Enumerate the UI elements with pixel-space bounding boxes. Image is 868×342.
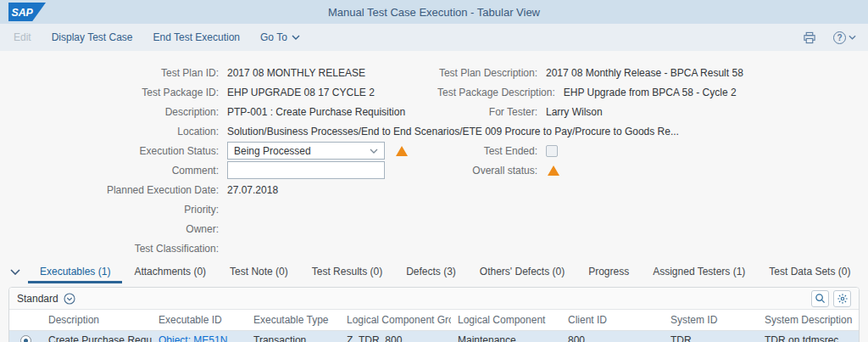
row-select-cell bbox=[9, 330, 42, 342]
tab-test-data-sets[interactable]: Test Data Sets (0) bbox=[757, 261, 862, 283]
column-header[interactable]: Executable ID bbox=[152, 310, 247, 330]
description-value: PTP-001 : Create Purchase Requisition bbox=[227, 106, 437, 118]
tab-assigned-testers[interactable]: Assigned Testers (1) bbox=[641, 261, 757, 283]
tab-test-note[interactable]: Test Note (0) bbox=[218, 261, 300, 283]
comment-label: Comment: bbox=[0, 165, 227, 177]
app-window: SAP Manual Test Case Execution - Tabular… bbox=[0, 0, 868, 342]
executables-table-panel: Standard bbox=[8, 287, 860, 342]
warning-icon bbox=[396, 146, 408, 156]
test-plan-description-label: Test Plan Description: bbox=[437, 67, 546, 79]
location-label: Location: bbox=[0, 126, 227, 137]
form-row: Test Plan ID: 2017 08 MONTHLY RELEASE Te… bbox=[0, 63, 868, 82]
table-header-row: Description Executable ID Executable Typ… bbox=[9, 310, 859, 330]
test-case-form: Test Plan ID: 2017 08 MONTHLY RELEASE Te… bbox=[0, 51, 868, 258]
execution-status-selected-value: Being Processed bbox=[234, 145, 311, 157]
test-ended-field bbox=[546, 145, 868, 157]
view-selector-label: Standard bbox=[17, 293, 58, 305]
go-to-label: Go To bbox=[260, 31, 287, 43]
settings-button[interactable] bbox=[833, 290, 851, 307]
form-row: Execution Status: Being Processed Test E… bbox=[0, 141, 868, 160]
page-title: Manual Test Case Execution - Tabular Vie… bbox=[0, 6, 868, 19]
view-selector-button[interactable] bbox=[64, 293, 75, 305]
tab-test-results[interactable]: Test Results (0) bbox=[300, 261, 394, 283]
display-test-case-button[interactable]: Display Test Case bbox=[42, 31, 143, 43]
chevron-down-icon bbox=[292, 35, 300, 40]
chevron-down-icon bbox=[10, 269, 20, 275]
menu-toolbar: Edit Display Test Case End Test Executio… bbox=[0, 24, 868, 51]
comment-input[interactable] bbox=[227, 161, 385, 179]
form-row: Priority: bbox=[0, 199, 868, 219]
tab-others-defects[interactable]: Others' Defects (0) bbox=[468, 261, 576, 283]
section-collapse-button[interactable] bbox=[10, 269, 20, 275]
chevron-down-icon bbox=[849, 35, 856, 40]
sap-logo-icon: SAP bbox=[8, 3, 46, 21]
test-ended-label: Test Ended: bbox=[437, 145, 546, 157]
select-column-header bbox=[9, 310, 42, 330]
tab-executables[interactable]: Executables (1) bbox=[28, 261, 122, 283]
test-classification-label: Test Classification: bbox=[0, 243, 227, 255]
execution-status-label: Execution Status: bbox=[0, 145, 227, 157]
chevron-down-icon bbox=[370, 149, 378, 154]
overall-status-label: Overall status: bbox=[437, 165, 546, 177]
tab-attachments[interactable]: Attachments (0) bbox=[122, 261, 218, 283]
help-icon: ? bbox=[833, 31, 846, 44]
column-header[interactable]: Executable Type bbox=[247, 310, 340, 330]
help-menu-button[interactable]: ? bbox=[833, 31, 856, 44]
go-to-menu-button[interactable]: Go To bbox=[250, 31, 310, 43]
for-tester-label: For Tester: bbox=[437, 106, 546, 118]
test-plan-id-value: 2017 08 MONTHLY RELEASE bbox=[227, 67, 437, 79]
planned-execution-date-value: 27.07.2018 bbox=[227, 184, 437, 196]
executable-id-cell: Object: ME51N bbox=[152, 330, 247, 342]
end-test-execution-button[interactable]: End Test Execution bbox=[143, 31, 251, 43]
form-row: Description: PTP-001 : Create Purchase R… bbox=[0, 102, 868, 121]
system-description-cell: TDR on tdmsrec bbox=[758, 330, 859, 342]
table-toolbar-actions bbox=[811, 290, 851, 307]
form-row: Planned Execution Date: 27.07.2018 bbox=[0, 180, 868, 199]
logical-component-cell: Maintenance bbox=[451, 330, 561, 342]
form-row: Comment: Overall status: bbox=[0, 160, 868, 180]
priority-label: Priority: bbox=[0, 204, 227, 216]
form-row: Location: Solution/Business Processes/En… bbox=[0, 121, 868, 141]
search-button[interactable] bbox=[811, 290, 829, 307]
column-header[interactable]: Client ID bbox=[561, 310, 664, 330]
column-header[interactable]: System Description bbox=[758, 310, 859, 330]
edit-button: Edit bbox=[12, 31, 42, 43]
shell-header: SAP Manual Test Case Execution - Tabular… bbox=[0, 0, 868, 24]
column-header[interactable]: Logical Component Group bbox=[340, 310, 451, 330]
sap-logo: SAP bbox=[8, 3, 46, 21]
column-header[interactable]: Logical Component bbox=[451, 310, 561, 330]
form-row: Owner: bbox=[0, 219, 868, 238]
executables-table: Description Executable ID Executable Typ… bbox=[9, 310, 859, 342]
system-id-cell: TDR bbox=[664, 330, 758, 342]
row-radio-selected[interactable] bbox=[20, 335, 31, 342]
test-package-description-value: EHP Upgrade from BPCA 58 - Cycle 2 bbox=[564, 87, 868, 98]
test-package-id-value: EHP UPGRADE 08 17 CYCLE 2 bbox=[227, 87, 437, 98]
column-header[interactable]: System ID bbox=[664, 310, 758, 330]
test-package-id-label: Test Package ID: bbox=[0, 87, 227, 98]
tab-defects[interactable]: Defects (3) bbox=[394, 261, 468, 283]
owner-label: Owner: bbox=[0, 223, 227, 235]
table-row[interactable]: Create Purchase Requisition Object: ME51… bbox=[9, 330, 859, 342]
test-plan-id-label: Test Plan ID: bbox=[0, 67, 227, 79]
tab-progress[interactable]: Progress bbox=[576, 261, 641, 283]
column-header[interactable]: Description bbox=[42, 310, 152, 330]
executable-object-link[interactable]: Object: ME51N bbox=[159, 334, 227, 342]
description-label: Description: bbox=[0, 106, 227, 118]
print-button[interactable] bbox=[803, 31, 816, 44]
printer-icon bbox=[803, 31, 816, 44]
toolbar-right-icons: ? bbox=[803, 31, 856, 44]
overall-status-field bbox=[546, 165, 868, 176]
search-icon bbox=[815, 293, 826, 304]
test-ended-checkbox[interactable] bbox=[546, 145, 558, 157]
planned-execution-date-label: Planned Execution Date: bbox=[0, 184, 227, 196]
for-tester-value: Larry Wilson bbox=[546, 106, 868, 118]
test-plan-description-value: 2017 08 Monthly Release - BPCA Result 58 bbox=[546, 67, 868, 79]
logical-component-group-cell: Z_TDR_800 bbox=[340, 330, 451, 342]
table-toolbar: Standard bbox=[9, 288, 859, 310]
form-row: Test Classification: bbox=[0, 238, 868, 258]
svg-text:SAP: SAP bbox=[11, 7, 33, 19]
comment-field bbox=[227, 161, 437, 179]
test-package-description-label: Test Package Description: bbox=[437, 87, 564, 98]
gear-icon bbox=[837, 293, 849, 305]
execution-status-select[interactable]: Being Processed bbox=[227, 142, 385, 160]
